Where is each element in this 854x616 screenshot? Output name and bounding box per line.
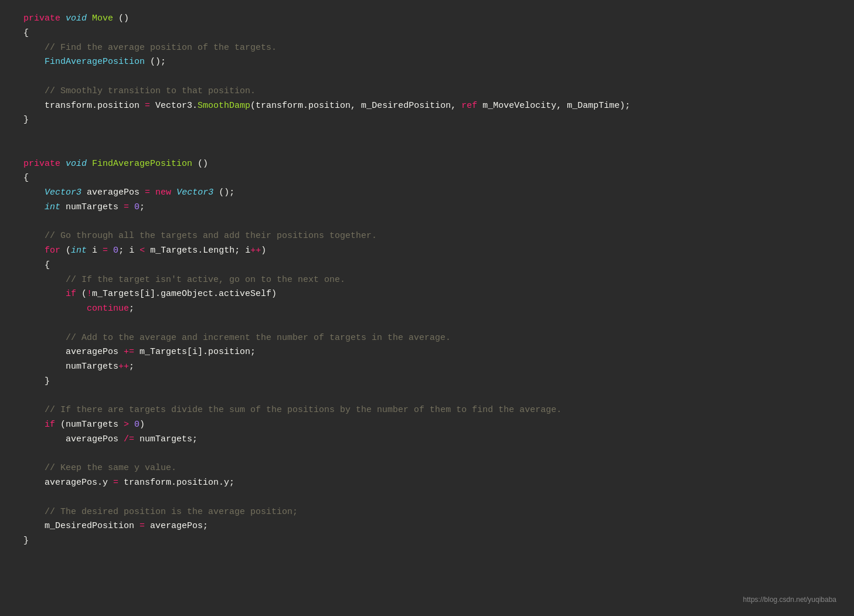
- code-line: Vector3 averagePos = new Vector3 ();: [23, 186, 831, 200]
- code-line: }: [23, 113, 831, 128]
- code-line: private void Move (): [23, 12, 831, 26]
- code-editor: private void Move () { // Find the avera…: [0, 0, 854, 616]
- code-line: transform.position = Vector3.SmoothDamp(…: [23, 99, 831, 114]
- code-line: // If the target isn't active, go on to …: [23, 273, 831, 288]
- code-line: if (numTargets > 0): [23, 418, 831, 433]
- code-line: // The desired position is the average p…: [23, 505, 831, 520]
- code-line: FindAveragePosition ();: [23, 55, 831, 70]
- code-line: int numTargets = 0;: [23, 200, 831, 215]
- blank-line: [23, 215, 831, 230]
- code-line: {: [23, 171, 831, 186]
- code-line: m_DesiredPosition = averagePos;: [23, 519, 831, 534]
- code-line: private void FindAveragePosition (): [23, 157, 831, 172]
- code-line: averagePos += m_Targets[i].position;: [23, 345, 831, 360]
- code-line: // Add to the average and increment the …: [23, 331, 831, 346]
- code-line: numTargets++;: [23, 360, 831, 375]
- code-line: continue;: [23, 302, 831, 316]
- blank-line: [23, 128, 831, 142]
- code-line: averagePos /= numTargets;: [23, 433, 831, 447]
- code-line: // Go through all the targets and add th…: [23, 229, 831, 244]
- blank-line: [23, 491, 831, 505]
- code-line: {: [23, 26, 831, 41]
- code-line: // If there are targets divide the sum o…: [23, 403, 831, 418]
- blank-line: [23, 70, 831, 84]
- code-line: if (!m_Targets[i].gameObject.activeSelf): [23, 287, 831, 302]
- code-line: averagePos.y = transform.position.y;: [23, 476, 831, 491]
- blank-line: [23, 316, 831, 331]
- code-line: // Smoothly transition to that position.: [23, 84, 831, 99]
- blank-line: [23, 389, 831, 404]
- blank-line: [23, 447, 831, 462]
- code-line: }: [23, 375, 831, 389]
- blank-line: [23, 142, 831, 157]
- watermark: https://blog.csdn.net/yuqibaba: [743, 594, 836, 605]
- code-line: {: [23, 258, 831, 273]
- code-line: for (int i = 0; i < m_Targets.Length; i+…: [23, 244, 831, 258]
- code-line: }: [23, 534, 831, 549]
- code-line: // Find the average position of the targ…: [23, 41, 831, 56]
- code-line: // Keep the same y value.: [23, 461, 831, 476]
